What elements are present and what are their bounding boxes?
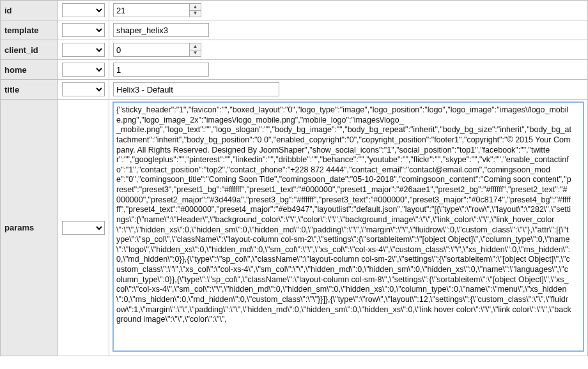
label-home: home	[1, 60, 58, 80]
row-title: title	[1, 80, 588, 100]
select-client-id[interactable]	[62, 43, 105, 57]
spinner-down-icon[interactable]: ▼	[190, 11, 201, 17]
label-params: params	[1, 100, 58, 356]
input-home[interactable]	[113, 63, 209, 77]
record-editor-table: id ▲ ▼ template client_id	[0, 0, 588, 356]
spinner-client-id[interactable]: ▲ ▼	[190, 43, 201, 57]
row-id: id ▲ ▼	[1, 1, 588, 20]
row-client-id: client_id ▲ ▼	[1, 40, 588, 60]
input-client-id[interactable]	[113, 43, 190, 57]
textarea-params[interactable]	[113, 102, 584, 351]
label-id: id	[1, 1, 58, 20]
select-id[interactable]	[62, 3, 105, 17]
label-client-id: client_id	[1, 40, 58, 60]
row-template: template	[1, 20, 588, 40]
label-template: template	[1, 20, 58, 40]
select-title[interactable]	[62, 82, 105, 96]
select-params[interactable]	[62, 221, 105, 235]
select-home[interactable]	[62, 63, 105, 77]
spinner-up-icon[interactable]: ▲	[190, 43, 201, 50]
spinner-id[interactable]: ▲ ▼	[190, 3, 201, 17]
row-home: home	[1, 60, 588, 80]
input-title[interactable]	[113, 82, 279, 96]
row-params: params	[1, 100, 588, 356]
spinner-down-icon[interactable]: ▼	[190, 50, 201, 57]
select-template[interactable]	[62, 23, 105, 37]
spinner-up-icon[interactable]: ▲	[190, 4, 201, 11]
input-id[interactable]	[113, 3, 190, 17]
input-template[interactable]	[113, 23, 209, 37]
label-title: title	[1, 80, 58, 100]
